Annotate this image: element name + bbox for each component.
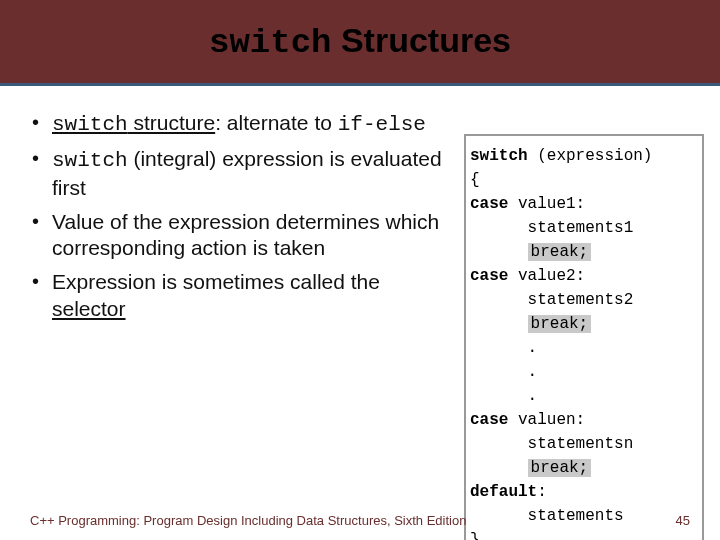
bullet-list: switch structure: alternate to if-else s… [30, 110, 450, 330]
code-line: case value1: [470, 192, 692, 216]
bullet-text: : alternate to [215, 111, 338, 134]
code-line: . [470, 360, 692, 384]
bullet-text: structure [128, 111, 216, 134]
bullet-item: Value of the expression determines which… [30, 209, 450, 262]
code-line: statements1 [470, 216, 692, 240]
code-keyword: case [470, 411, 508, 429]
bullet-item: Expression is sometimes called the selec… [30, 269, 450, 322]
code-line: . [470, 336, 692, 360]
bullet-text: Value of the expression determines which… [52, 210, 439, 259]
code-keyword: case [470, 195, 508, 213]
code-text: valuen: [508, 411, 585, 429]
code-line: . [470, 384, 692, 408]
bullet-text: switch [52, 149, 128, 172]
code-keyword: case [470, 267, 508, 285]
code-line: statementsn [470, 432, 692, 456]
code-keyword: default [470, 483, 537, 501]
page-number: 45 [676, 513, 690, 528]
title-rest: Structures [331, 21, 511, 59]
footer: C++ Programming: Program Design Includin… [0, 513, 720, 528]
code-line: statements2 [470, 288, 692, 312]
code-highlight: break; [528, 243, 592, 261]
bullet-item: switch (integral) expression is evaluate… [30, 146, 450, 201]
code-line: { [470, 168, 692, 192]
code-line: case value2: [470, 264, 692, 288]
code-highlight: break; [528, 459, 592, 477]
code-box: switch (expression) { case value1: state… [464, 134, 704, 540]
code-line: switch (expression) [470, 144, 692, 168]
bullet-text: if-else [338, 113, 426, 136]
title-mono: switch [209, 24, 331, 62]
bullet-text: Expression is sometimes called the [52, 270, 380, 293]
slide-title: switch Structures [209, 21, 511, 62]
bullet-item: switch structure: alternate to if-else [30, 110, 450, 138]
bullet-text: selector [52, 297, 126, 320]
code-highlight: break; [528, 315, 592, 333]
code-line: break; [470, 312, 692, 336]
code-line: default: [470, 480, 692, 504]
code-line: case valuen: [470, 408, 692, 432]
bullet-text: switch [52, 113, 128, 136]
code-line: break; [470, 240, 692, 264]
title-bar: switch Structures [0, 0, 720, 86]
code-keyword: switch [470, 147, 528, 165]
code-text: : [537, 483, 547, 501]
code-text: value1: [508, 195, 585, 213]
code-text: value2: [508, 267, 585, 285]
code-line: } [470, 528, 692, 540]
footer-text: C++ Programming: Program Design Includin… [30, 513, 466, 528]
code-line: break; [470, 456, 692, 480]
code-text: (expression) [528, 147, 653, 165]
